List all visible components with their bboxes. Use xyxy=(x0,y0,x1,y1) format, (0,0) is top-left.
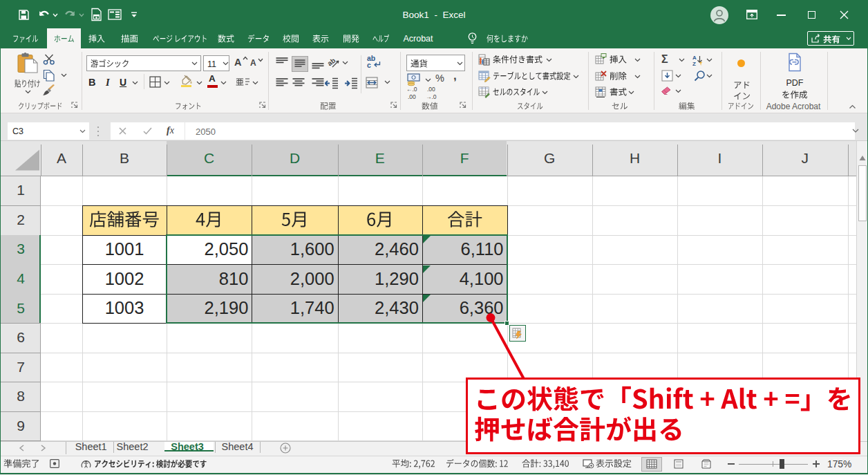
svg-text:→.0: →.0 xyxy=(426,93,437,100)
svg-text:Z: Z xyxy=(692,61,696,66)
svg-text:←.0: ←.0 xyxy=(406,86,417,93)
svg-text:A: A xyxy=(692,55,697,61)
svg-text:.00: .00 xyxy=(427,86,435,93)
svg-text:.00: .00 xyxy=(408,93,416,100)
